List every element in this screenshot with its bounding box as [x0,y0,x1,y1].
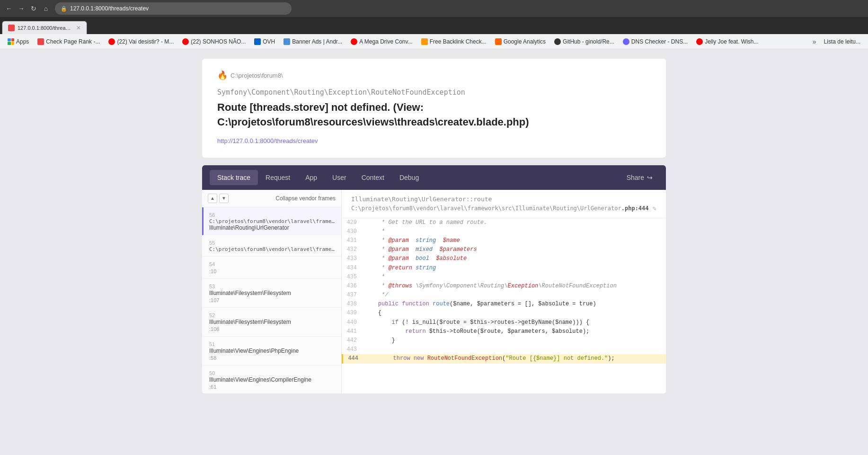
bookmark-favicon [182,38,189,45]
tab-debug[interactable]: Debug [392,170,426,185]
frame-sort-controls: ▲ ▼ [208,194,229,203]
code-line: 439 { [342,309,666,318]
sort-down-button[interactable]: ▼ [219,194,229,203]
line-code: * [364,227,662,236]
bookmark-google-analytics[interactable]: Google Analytics [491,37,549,46]
frame-number: 54 [209,261,219,267]
frame-item[interactable]: 56 C:\projetos\forum8\vendor\laravel\fra… [202,207,341,235]
frame-item[interactable]: 54 :10 [202,257,341,279]
frame-class: Illuminate\Routing\UrlGenerator [209,224,336,231]
tab-request[interactable]: Request [258,170,298,185]
line-number: 441 [345,327,364,336]
bookmark-favicon [421,38,428,45]
bookmark-favicon [283,38,290,45]
tab-user[interactable]: User [325,170,354,185]
forward-button[interactable]: → [16,3,27,14]
bookmark-ovh[interactable]: OVH [250,37,279,46]
bookmark-check-page-rank[interactable]: Check Page Rank -... [34,37,104,46]
frame-line: :108 [209,326,219,332]
line-number: 437 [345,291,364,300]
frame-item[interactable]: 55 C:\projetos\forum8\vendor\laravel\fra… [202,235,341,257]
code-line-active: 444 throw new RouteNotFoundException("Ro… [342,354,666,363]
line-code: public function route($name, $parameters… [364,300,662,309]
tab-stack-trace[interactable]: Stack trace [210,170,258,185]
code-file-text: C:\projetos\forum8\vendor\laravel\framew… [351,205,649,212]
url-bar[interactable]: 🔒 127.0.0.1:8000/threads/createv [55,2,292,15]
code-line: 430 * [342,227,666,236]
bookmark-sonhos-nao[interactable]: (22) SONHOS NÃO... [178,37,249,46]
frame-item[interactable]: 52 Illuminate\Filesystem\Filesystem :108 [202,308,341,337]
line-number: 429 [345,218,364,227]
line-number: 443 [345,345,364,354]
code-line: 443 [342,345,666,354]
line-code: } [364,336,662,345]
line-code: throw new RouteNotFoundException("Route … [366,354,662,363]
reload-button[interactable]: ↻ [28,3,39,14]
home-button[interactable]: ⌂ [41,3,51,14]
line-number: 439 [345,309,364,318]
apps-grid-icon [8,38,14,45]
frame-number: 53 [209,284,219,289]
line-code: * @param mixed $parameters [364,245,662,254]
line-code: * @return string [364,264,662,273]
frame-list-header: ▲ ▼ Collapse vendor frames [202,190,341,207]
bookmarks-more-button[interactable]: » [810,36,819,47]
bookmark-vai-desistir[interactable]: (22) Vai desistir? - M... [105,37,177,46]
url-text: 127.0.0.1:8000/threads/createv [70,5,149,12]
stack-panel: Stack trace Request App User Context Deb… [202,165,666,393]
frame-item[interactable]: 50 Illuminate\View\Engines\CompilerEngin… [202,366,341,393]
bookmark-label: Banner Ads | Andr... [292,38,342,45]
frame-item[interactable]: 53 Illuminate\Filesystem\Filesystem :107 [202,279,341,308]
bookmark-label: Free Backlink Check... [430,38,487,45]
bookmark-lista[interactable]: Lista de leitu... [820,37,864,46]
line-code: if (! is_null($route = $this->routes->ge… [364,318,662,327]
line-number: 433 [345,254,364,263]
frame-item[interactable]: 51 Illuminate\View\Engines\PhpEngine :58 [202,337,341,366]
share-button[interactable]: Share ↪ [621,171,658,184]
bookmark-free-backlink[interactable]: Free Backlink Check... [417,37,490,46]
sort-up-button[interactable]: ▲ [208,194,217,203]
bookmark-label: (22) SONHOS NÃO... [191,38,246,45]
bookmark-label: (22) Vai desistir? - M... [117,38,174,45]
tab-app[interactable]: App [298,170,325,185]
tab-close-button[interactable]: ✕ [76,25,81,31]
code-header: Illuminate\Routing\UrlGenerator::route C… [342,190,666,218]
bookmark-jelly-joe[interactable]: Jelly Joe feat. Wish... [692,37,762,46]
frame-line: :61 [209,384,216,390]
stack-body: ▲ ▼ Collapse vendor frames 56 C:\projeto… [202,190,666,393]
active-tab[interactable]: 127.0.0.1:8000/threads/createv ✕ [2,21,87,34]
bookmark-github[interactable]: GitHub - ginold/Re... [550,37,618,46]
tab-context[interactable]: Context [354,170,392,185]
line-code: { [364,309,662,318]
tabs-bar: 127.0.0.1:8000/threads/createv ✕ [0,17,868,34]
exception-class: Symfony\Component\Routing\Exception\Rout… [217,88,651,97]
bookmark-label: Google Analytics [504,38,546,45]
bookmark-label: GitHub - ginold/Re... [563,38,614,45]
bookmark-favicon [623,38,629,45]
bookmark-dns-checker[interactable]: DNS Checker - DNS... [619,37,691,46]
bookmark-mega-drive[interactable]: A Mega Drive Conv... [347,37,416,46]
lock-icon: 🔒 [61,6,67,12]
line-code: * @param bool $absolute [364,254,662,263]
code-line: 438 public function route($name, $parame… [342,300,666,309]
line-code: * @throws \Symfony\Component\Routing\Exc… [364,282,662,291]
bookmark-banner-ads[interactable]: Banner Ads | Andr... [280,37,346,46]
code-line: 441 return $this->toRoute($route, $param… [342,327,666,336]
bookmark-favicon [696,38,703,45]
bookmark-label: Check Page Rank -... [46,38,100,45]
edit-file-icon[interactable]: ✎ [653,205,656,212]
collapse-vendor-frames-button[interactable]: Collapse vendor frames [275,195,336,202]
code-file-path: C:\projetos\forum8\vendor\laravel\framew… [351,205,656,212]
exception-url[interactable]: http://127.0.0.1:8000/threads/createv [217,137,318,144]
frame-number: 52 [209,312,219,318]
back-button[interactable]: ← [4,3,14,14]
error-card: 🔥 C:\projetos\forum8\ Symfony\Component\… [202,59,666,158]
frame-number: 55 [209,240,219,246]
code-line: 431 * @param string $name [342,236,666,245]
line-code: * [364,273,662,282]
bookmark-favicon [254,38,261,45]
frame-class: Illuminate\View\Engines\CompilerEngine [209,376,336,383]
line-number: 442 [345,336,364,345]
bookmark-apps[interactable]: Apps [4,37,33,46]
code-line: 435 * [342,273,666,282]
